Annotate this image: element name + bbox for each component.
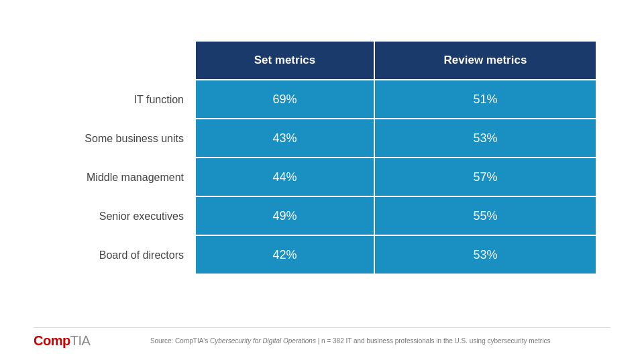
footer: CompTIA Source: CompTIA's Cybersecurity … [34,327,610,349]
logo: CompTIA [34,333,90,349]
data-table: Set metrics Review metrics 69%51%43%53%4… [195,40,597,275]
col-header-set: Set metrics [195,41,374,80]
main-content: IT functionSome business unitsMiddle man… [34,40,610,327]
row-label: Some business units [47,119,195,158]
row-label: Senior executives [47,197,195,236]
cell-set: 49% [195,196,374,235]
source-text: Source: CompTIA's Cybersecurity for Digi… [90,337,610,345]
cell-review: 53% [374,119,596,158]
table-row: 44%57% [195,158,596,196]
cell-review: 55% [374,196,596,235]
table-row: 49%55% [195,196,596,235]
cell-set: 69% [195,80,374,119]
col-header-review: Review metrics [374,41,596,80]
table-row: 42%53% [195,235,596,274]
row-label: IT function [47,80,195,119]
cell-review: 51% [374,80,596,119]
row-labels: IT functionSome business unitsMiddle man… [47,40,195,275]
row-label: Board of directors [47,236,195,275]
row-label: Middle management [47,158,195,197]
cell-review: 53% [374,235,596,274]
cell-review: 57% [374,158,596,196]
table-row: 43%53% [195,119,596,158]
slide: IT functionSome business unitsMiddle man… [0,0,644,362]
table-row: 69%51% [195,80,596,119]
table-body: 69%51%43%53%44%57%49%55%42%53% [195,80,596,274]
table-wrapper: IT functionSome business unitsMiddle man… [47,40,597,275]
cell-set: 42% [195,235,374,274]
cell-set: 43% [195,119,374,158]
cell-set: 44% [195,158,374,196]
